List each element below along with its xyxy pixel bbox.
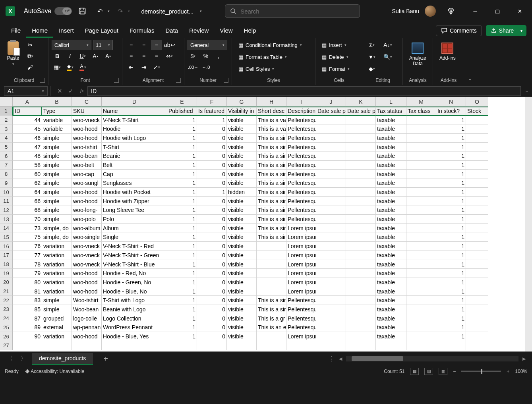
- cell[interactable]: variation: [42, 287, 72, 296]
- cell[interactable]: [316, 314, 346, 323]
- cell[interactable]: 1: [436, 188, 466, 197]
- cell[interactable]: taxable: [376, 197, 406, 206]
- cell[interactable]: [466, 269, 488, 278]
- autosave-toggle[interactable]: AutoSave Off: [24, 7, 72, 15]
- cell[interactable]: [376, 341, 406, 350]
- cell[interactable]: Pellentesque habitant morbi trist: [286, 197, 316, 206]
- cell[interactable]: wp-pennan: [72, 323, 102, 332]
- cell[interactable]: 66: [13, 197, 42, 206]
- cell[interactable]: visible: [227, 314, 257, 323]
- sheet-tab[interactable]: demosite_products: [32, 353, 93, 365]
- cell[interactable]: Short desc: [257, 107, 286, 116]
- cell[interactable]: [406, 251, 436, 260]
- underline-icon[interactable]: U ▾: [77, 51, 88, 61]
- cell[interactable]: taxable: [376, 134, 406, 143]
- cell[interactable]: 0: [197, 197, 227, 206]
- cell[interactable]: Long Sleeve Tee: [102, 206, 167, 215]
- cell[interactable]: visible: [227, 124, 257, 134]
- user-name[interactable]: Sufia Banu: [392, 8, 420, 14]
- tab-home[interactable]: Home: [26, 24, 53, 38]
- cancel-formula-icon[interactable]: ✕: [54, 86, 65, 96]
- cell[interactable]: This is a sim: [257, 143, 286, 152]
- cell[interactable]: [466, 233, 488, 242]
- cell[interactable]: [466, 314, 488, 323]
- cell[interactable]: Hoodie - Blue, Yes: [102, 332, 167, 341]
- cell[interactable]: [406, 116, 436, 125]
- cell[interactable]: [316, 251, 346, 260]
- zoom-in-icon[interactable]: +: [507, 369, 509, 374]
- font-color-icon[interactable]: A ▾: [77, 62, 88, 72]
- cell[interactable]: 64: [13, 188, 42, 197]
- cell[interactable]: [466, 197, 488, 206]
- cell[interactable]: Pellentesque habitant morbi trist: [286, 143, 316, 152]
- cell[interactable]: variation: [42, 251, 72, 260]
- cell[interactable]: woo-cap: [72, 170, 102, 179]
- cell[interactable]: woo-hood: [72, 134, 102, 143]
- cell[interactable]: taxable: [376, 124, 406, 134]
- cell[interactable]: taxable: [376, 188, 406, 197]
- autosum-icon[interactable]: Σ ▾: [366, 40, 377, 50]
- cell[interactable]: [406, 152, 436, 161]
- cell[interactable]: This is a sim: [257, 161, 286, 170]
- cell[interactable]: visible: [227, 116, 257, 125]
- select-all-corner[interactable]: [0, 97, 13, 107]
- cell[interactable]: [346, 341, 376, 350]
- cell[interactable]: woo-hood: [72, 197, 102, 206]
- cell[interactable]: simple, do: [42, 224, 72, 233]
- cell[interactable]: [346, 197, 376, 206]
- cell[interactable]: [286, 341, 316, 350]
- cell[interactable]: 0: [197, 251, 227, 260]
- row-header[interactable]: 16: [0, 242, 13, 251]
- cell[interactable]: 0: [197, 124, 227, 134]
- cell[interactable]: This is a sim: [257, 215, 286, 224]
- alignment-launcher-icon[interactable]: [176, 78, 181, 83]
- row-header[interactable]: 13: [0, 215, 13, 224]
- cell[interactable]: [316, 197, 346, 206]
- enter-formula-icon[interactable]: ✓: [65, 86, 76, 96]
- cell[interactable]: 1: [436, 124, 466, 134]
- cell[interactable]: [316, 188, 346, 197]
- avatar[interactable]: [425, 6, 436, 17]
- cell[interactable]: This is an e: [257, 323, 286, 332]
- cell[interactable]: [316, 332, 346, 341]
- cell[interactable]: [466, 134, 488, 143]
- orientation-icon[interactable]: ⤢ ▾: [151, 62, 162, 72]
- cell[interactable]: This is a sim: [257, 233, 286, 242]
- row-header[interactable]: 25: [0, 323, 13, 332]
- decrease-indent-icon[interactable]: ⇤: [126, 62, 137, 72]
- format-cells-button[interactable]: ▦Format▾: [319, 64, 353, 74]
- cell[interactable]: taxable: [376, 296, 406, 305]
- cell[interactable]: variable: [42, 116, 72, 125]
- tab-file[interactable]: File: [6, 24, 26, 38]
- cell[interactable]: [406, 188, 436, 197]
- column-header[interactable]: N: [436, 97, 466, 107]
- number-format-select[interactable]: General▾: [188, 40, 227, 50]
- cell[interactable]: woo-hood: [72, 278, 102, 287]
- zoom-level[interactable]: 100%: [515, 369, 527, 374]
- cell[interactable]: Visibility in: [227, 107, 257, 116]
- cell[interactable]: [406, 323, 436, 332]
- sort-filter-icon[interactable]: A↓▾: [382, 40, 393, 50]
- cell[interactable]: 1: [167, 251, 197, 260]
- cell[interactable]: [316, 179, 346, 188]
- cell[interactable]: [346, 170, 376, 179]
- cell[interactable]: [197, 341, 227, 350]
- save-icon[interactable]: [75, 5, 89, 17]
- cell[interactable]: taxable: [376, 224, 406, 233]
- cell[interactable]: [466, 161, 488, 170]
- diamond-icon[interactable]: [444, 5, 458, 17]
- cell[interactable]: T-Shirt with Logo: [102, 296, 167, 305]
- cell[interactable]: visible: [227, 197, 257, 206]
- cell[interactable]: [406, 143, 436, 152]
- row-header[interactable]: 14: [0, 224, 13, 233]
- cell[interactable]: visible: [227, 260, 257, 269]
- cell[interactable]: woo-hood: [72, 269, 102, 278]
- cell[interactable]: 1: [436, 170, 466, 179]
- vertical-scrollbar[interactable]: [525, 97, 532, 352]
- cell[interactable]: [316, 143, 346, 152]
- cell[interactable]: V-Neck T-Shirt - Green: [102, 251, 167, 260]
- cell[interactable]: logo-colle: [72, 314, 102, 323]
- cell[interactable]: visible: [227, 332, 257, 341]
- cell[interactable]: woo-belt: [72, 161, 102, 170]
- cell[interactable]: simple: [42, 188, 72, 197]
